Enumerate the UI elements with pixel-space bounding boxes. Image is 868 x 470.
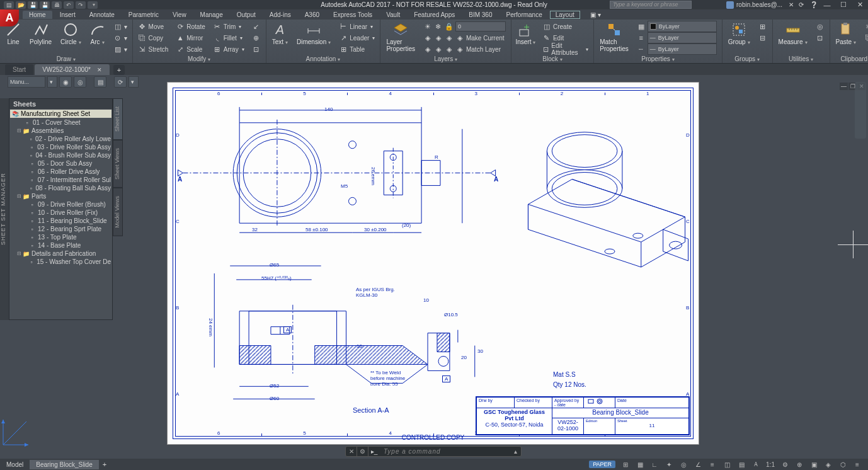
status-grid-icon[interactable]: ⊞ <box>619 459 632 469</box>
layout-add-tab[interactable]: + <box>99 459 110 469</box>
groups-panel-title[interactable]: Groups <box>726 55 768 63</box>
copy-button[interactable]: ⿻Copy <box>137 32 170 43</box>
layer-combo[interactable]: 0 <box>455 21 506 32</box>
cmd-recent-icon[interactable]: ▴ <box>510 447 521 456</box>
status-polar-icon[interactable]: ✦ <box>662 459 676 469</box>
sheet-item[interactable]: ▫05 - Door Sub Assy <box>9 159 112 168</box>
qat-plot-icon[interactable]: 🖶 <box>52 1 62 9</box>
rotate-button[interactable]: ⟳Rotate <box>174 21 206 32</box>
polyline-button[interactable]: Polyline <box>28 21 54 47</box>
command-line[interactable]: ✕ ⚙ ▸_ Type a command ▴ <box>345 446 522 457</box>
copy-clip-button[interactable]: ⿻ <box>863 32 868 43</box>
layers-panel-title[interactable]: Layers <box>384 55 507 63</box>
ssm-btn-2[interactable]: ◎ <box>74 76 86 88</box>
maximize-button[interactable]: ☐ <box>835 0 852 9</box>
ssm-dropdown-2[interactable]: ▾ <box>128 76 139 88</box>
trim-button[interactable]: ✂Trim▾ <box>212 21 246 32</box>
tree-root[interactable]: 📚Manufacturing Sheet Set <box>10 110 111 118</box>
qat-save-icon[interactable]: 💾 <box>28 1 38 9</box>
status-ws-icon[interactable]: ⚙ <box>778 459 792 469</box>
qat-more-dropdown[interactable] <box>88 1 98 9</box>
linetype-prop-row[interactable]: ┄—ByLayer <box>636 43 718 55</box>
sheet-item[interactable]: ▫14 - Base Plate <box>9 241 112 249</box>
status-clean-icon[interactable]: ▣ <box>807 459 821 469</box>
array-button[interactable]: ⊞Array▾ <box>212 43 246 55</box>
status-otrack-icon[interactable]: ∠ <box>691 459 705 469</box>
move-button[interactable]: ✥Move <box>137 21 170 32</box>
collapse-icon[interactable]: ⊟ <box>16 128 22 134</box>
vp-minimize-icon[interactable]: — <box>840 83 848 90</box>
layer-properties-button[interactable]: Layer Properties <box>384 21 417 54</box>
cut-button[interactable]: ✂ <box>863 21 868 32</box>
status-lwt-icon[interactable]: ≡ <box>705 459 719 469</box>
leader-button[interactable]: ↗Leader▾ <box>338 32 376 43</box>
qat-undo-icon[interactable]: ↶ <box>64 1 74 9</box>
collapse-icon[interactable]: ⊟ <box>16 251 22 256</box>
tab-insert[interactable]: Insert <box>54 11 82 19</box>
draw-panel-title[interactable]: Draw <box>4 55 128 63</box>
space-toggle[interactable]: PAPER <box>589 461 615 468</box>
color-combo[interactable]: ByLayer <box>648 21 717 32</box>
sheet-item[interactable]: ▫12 - Bearing Sprt Plate <box>9 225 112 233</box>
help-search-input[interactable]: Type a keyword or phrase <box>610 1 692 9</box>
assemblies-subset[interactable]: ⊟📁Assemblies <box>9 127 112 135</box>
annotation-panel-title[interactable]: Annotation <box>270 55 377 63</box>
status-osnap-icon[interactable]: ◎ <box>677 459 690 469</box>
status-qp-icon[interactable]: ▤ <box>734 459 748 469</box>
utilities-panel-title[interactable]: Utilities <box>777 55 826 63</box>
status-iso-icon[interactable]: ⬡ <box>836 459 850 469</box>
start-tab[interactable]: Start <box>5 64 33 75</box>
tab-a360[interactable]: A360 <box>299 11 326 19</box>
file-tab-current[interactable]: VW252-02-1000*✕ <box>35 64 110 75</box>
modify-extra-1[interactable]: ↙ <box>251 21 262 32</box>
tab-extras-icon[interactable]: ▣ ▾ <box>584 11 607 19</box>
collapse-icon[interactable]: ⊟ <box>16 193 22 199</box>
details-subset[interactable]: ⊟📁Details and Fabrication <box>9 249 112 258</box>
modify-extra-3[interactable]: ⊡ <box>251 43 262 55</box>
tab-annotate[interactable]: Annotate <box>83 11 121 19</box>
util-extra-1[interactable]: ◎ <box>814 21 826 32</box>
ssm-btn-3[interactable]: ▤ <box>94 76 106 88</box>
tab-parametric[interactable]: Parametric <box>122 11 165 19</box>
sheet-item[interactable]: ▫11 - Bearing Block_Slide <box>9 217 112 225</box>
tab-manage[interactable]: Manage <box>194 11 229 19</box>
qat-new-icon[interactable]: ▤ <box>4 1 14 9</box>
cmd-close-icon[interactable]: ✕ <box>346 447 357 456</box>
match-properties-button[interactable]: Match Properties <box>598 21 631 54</box>
text-button[interactable]: AText <box>270 21 290 47</box>
status-custom-icon[interactable]: ≡ <box>850 459 864 469</box>
sheet-item[interactable]: ▫10 - Drive Roller (Fix) <box>9 209 112 217</box>
tab-express[interactable]: Express Tools <box>327 11 379 19</box>
minimize-button[interactable]: — <box>819 0 835 9</box>
navigation-bar[interactable] <box>855 82 866 139</box>
fillet-button[interactable]: ◟Fillet▾ <box>212 32 246 43</box>
ssm-btn-1[interactable]: ◉ <box>59 76 72 88</box>
model-tab[interactable]: Model <box>0 460 30 469</box>
properties-panel-title[interactable]: Properties <box>598 55 718 63</box>
sheet-list-tab[interactable]: Sheet List <box>113 98 123 140</box>
tab-bim360[interactable]: BIM 360 <box>462 11 498 19</box>
sheet-item[interactable]: ▫03 - Drive Roller Sub Assy <box>9 143 112 151</box>
drawing-canvas[interactable]: 140 32 58 ±0.100 30 ±0.200 (20) M5 26 em… <box>167 82 699 445</box>
status-ortho-icon[interactable]: ∟ <box>648 459 661 469</box>
sheet-item[interactable]: ▫04 - Brush Roller Sub Assy <box>9 151 112 159</box>
qat-saveas-icon[interactable]: 💾 <box>40 1 50 9</box>
ssm-btn-4[interactable]: ⟳ <box>114 76 127 88</box>
arc-button[interactable]: Arc <box>88 21 107 47</box>
paste-button[interactable]: Paste <box>834 21 859 47</box>
qat-open-icon[interactable]: 📂 <box>16 1 26 9</box>
tab-layout[interactable]: Layout <box>550 11 580 19</box>
group-extra-2[interactable]: ⊟ <box>757 32 768 43</box>
tab-home[interactable]: Home <box>23 11 52 19</box>
tab-addins[interactable]: Add-ins <box>263 11 297 19</box>
stretch-button[interactable]: ⇲Stretch <box>137 43 170 55</box>
cmd-options-icon[interactable]: ⚙ <box>357 447 368 456</box>
tab-vault[interactable]: Vault <box>380 11 406 19</box>
modify-panel-title[interactable]: Modify <box>137 55 262 63</box>
file-tab-new[interactable]: + <box>113 65 125 75</box>
application-menu-button[interactable]: A <box>0 9 19 26</box>
layout-tab[interactable]: Bearing Block_Slide <box>30 460 99 469</box>
dimension-button[interactable]: Dimension <box>295 21 333 47</box>
tab-output[interactable]: Output <box>231 11 262 19</box>
status-scale-icon[interactable]: 1:1 <box>763 459 777 469</box>
